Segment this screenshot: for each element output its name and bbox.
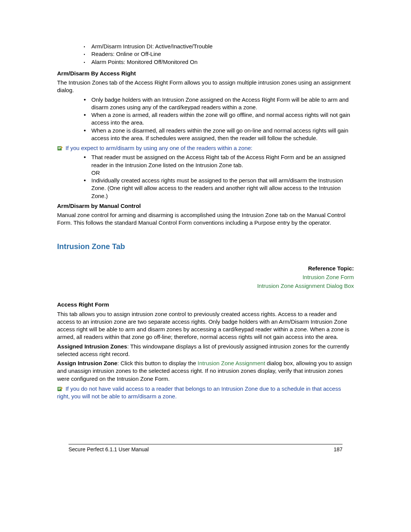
paragraph-assign-zone: Assign Intrusion Zone: Click this button… bbox=[57, 359, 354, 383]
svg-rect-2 bbox=[58, 148, 61, 148]
page-content: Arm/Disarm Intrusion DI: Active/Inactive… bbox=[57, 43, 354, 402]
note-line: If you expect to arm/disarm by using any… bbox=[57, 144, 354, 152]
page-number: 187 bbox=[334, 446, 342, 453]
list-item: Only badge holders with an Intrusion Zon… bbox=[84, 96, 354, 112]
inline-label: Assign Intrusion Zone bbox=[57, 360, 117, 366]
list-item: Readers: Online or Off-Line bbox=[84, 50, 354, 58]
paragraph-assigned-zones: Assigned Intrusion Zones: This windowpan… bbox=[57, 343, 354, 358]
paragraph: The Intrusion Zones tab of the Access Ri… bbox=[57, 79, 354, 94]
list-item: Individually created access rights must … bbox=[84, 177, 354, 200]
inline-link-assignment[interactable]: Intrusion Zone Assignment bbox=[198, 360, 265, 366]
reference-link-form[interactable]: Intrusion Zone Form bbox=[303, 274, 354, 280]
list-item: When a zone is armed, all readers within… bbox=[84, 111, 354, 127]
list-item-text: When a zone is disarmed, all readers wit… bbox=[91, 127, 348, 141]
note-icon bbox=[57, 145, 63, 150]
reference-block: Reference Topic: Intrusion Zone Form Int… bbox=[57, 264, 354, 291]
subheading-access-right: Arm/Disarm By Access Right bbox=[57, 70, 354, 77]
note-icon bbox=[57, 386, 63, 391]
list-item: That reader must be assigned on the Acce… bbox=[84, 153, 354, 177]
list-item-text: Individually created access rights must … bbox=[91, 177, 343, 199]
list-item-text: Only badge holders with an Intrusion Zon… bbox=[91, 96, 349, 110]
svg-rect-3 bbox=[58, 149, 60, 149]
top-bullet-list: Arm/Disarm Intrusion DI: Active/Inactive… bbox=[57, 43, 354, 66]
bullet-list: Only badge holders with an Intrusion Zon… bbox=[57, 96, 354, 142]
svg-rect-5 bbox=[58, 388, 61, 388]
paragraph: This tab allows you to assign intrusion … bbox=[57, 310, 354, 341]
inline-label: Assigned Intrusion Zones bbox=[57, 343, 127, 350]
footer-title: Secure Perfect 6.1.1 User Manual bbox=[68, 446, 149, 452]
subheading-manual-control: Arm/Disarm by Manual Control bbox=[57, 202, 354, 210]
list-item: When a zone is disarmed, all readers wit… bbox=[84, 127, 354, 142]
list-item-text: Alarm Points: Monitored Off/Monitored On bbox=[91, 59, 198, 65]
list-item: Alarm Points: Monitored Off/Monitored On bbox=[84, 58, 354, 66]
note-text: If you do not have valid access to a rea… bbox=[57, 385, 341, 399]
reference-heading: Reference Topic: bbox=[57, 264, 354, 273]
list-item-text: Arm/Disarm Intrusion DI: Active/Inactive… bbox=[91, 43, 213, 50]
note-line: If you do not have valid access to a rea… bbox=[57, 385, 354, 401]
list-item-text: When a zone is armed, all readers within… bbox=[91, 112, 350, 126]
page-footer: Secure Perfect 6.1.1 User Manual 187 bbox=[68, 444, 342, 453]
svg-rect-6 bbox=[58, 388, 61, 389]
subheading-access-right-form: Access Right Form bbox=[57, 301, 354, 308]
note-text: If you expect to arm/disarm by using any… bbox=[65, 145, 252, 151]
inline-text: : Click this button to display the bbox=[117, 360, 198, 366]
reference-link-assignment[interactable]: Intrusion Zone Assignment Dialog Box bbox=[257, 283, 354, 289]
list-item: Arm/Disarm Intrusion DI: Active/Inactive… bbox=[84, 43, 354, 50]
note-bullet-list: That reader must be assigned on the Acce… bbox=[57, 153, 354, 200]
list-item-text: Readers: Online or Off-Line bbox=[91, 51, 161, 57]
list-item-text: That reader must be assigned on the Acce… bbox=[91, 154, 346, 176]
svg-rect-7 bbox=[58, 389, 60, 390]
section-title: Intrusion Zone Tab bbox=[57, 241, 354, 252]
paragraph: Manual zone control for arming and disar… bbox=[57, 211, 354, 227]
svg-rect-1 bbox=[58, 147, 61, 147]
